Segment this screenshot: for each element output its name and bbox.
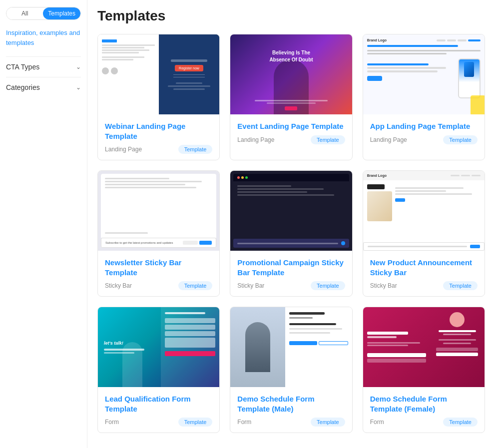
card-title: Event Landing Page Template — [237, 121, 345, 131]
template-card-newsletter-sticky[interactable]: Subscribe to get the latest promotions a… — [97, 170, 220, 297]
card-title: Lead Qualification Form Template — [105, 394, 212, 414]
card-title: Webinar Landing Page Template — [105, 121, 212, 141]
card-badge: Template — [443, 135, 478, 144]
card-title: App Landing Page Template — [370, 121, 478, 131]
card-category: Form — [370, 419, 384, 426]
card-title: Promotional Campaign Sticky Bar Template — [237, 258, 345, 277]
template-card-promo-sticky[interactable]: Promotional Campaign Sticky Bar Template… — [230, 170, 352, 297]
template-card-app-landing[interactable]: Brand Logo — [363, 34, 485, 160]
card-category: Form — [237, 419, 251, 426]
sidebar-section-categories[interactable]: Categories ⌄ — [6, 77, 81, 97]
page-title: Templates — [97, 8, 485, 24]
sidebar-tab-group: All Templates — [6, 7, 81, 20]
card-category: Landing Page — [105, 146, 142, 153]
card-badge: Template — [178, 281, 213, 290]
card-body: New Product Announcement Sticky Bar Stic… — [363, 251, 485, 296]
card-footer: Form Template — [237, 418, 345, 427]
template-card-demo-male-form[interactable]: Demo Schedule Form Template (Male) Form … — [230, 307, 352, 433]
card-body: Lead Qualification Form Template Form Te… — [98, 387, 219, 433]
cta-types-label: CTA Types — [6, 63, 39, 71]
tab-templates[interactable]: Templates — [43, 7, 80, 19]
card-preview-lead: let's talk! — [98, 307, 219, 387]
card-body: Demo Schedule Form Template (Male) Form … — [230, 387, 352, 433]
card-title: New Product Announcement Sticky Bar — [370, 258, 478, 277]
card-footer: Sticky Bar Template — [105, 281, 212, 290]
card-preview-app: Brand Logo — [363, 34, 485, 114]
main-content: Templates — [87, 0, 495, 448]
card-badge: Template — [311, 281, 345, 290]
categories-label: Categories — [6, 83, 40, 91]
chevron-down-icon: ⌄ — [76, 84, 81, 91]
card-preview-newprod: Brand Logo — [363, 171, 485, 251]
card-preview-demo-female — [363, 307, 485, 387]
card-category: Sticky Bar — [237, 282, 264, 289]
template-card-event-landing[interactable]: Believing Is TheAbsence Of Doubt Event L… — [230, 34, 352, 160]
chevron-down-icon: ⌄ — [76, 63, 81, 70]
template-grid: Register now Webinar Landing Page Templa… — [97, 34, 485, 433]
card-body: App Landing Page Template Landing Page T… — [363, 114, 485, 150]
card-badge: Template — [178, 145, 213, 154]
card-footer: Sticky Bar Template — [370, 281, 478, 290]
card-category: Sticky Bar — [105, 282, 132, 289]
card-footer: Landing Page Template — [105, 145, 212, 154]
card-preview-webinar: Register now — [98, 34, 219, 114]
card-body: Promotional Campaign Sticky Bar Template… — [230, 251, 352, 296]
card-preview-newsletter: Subscribe to get the latest promotions a… — [98, 171, 219, 251]
card-preview-demo-male — [230, 307, 352, 387]
sidebar-inspiration-text[interactable]: Inspiration, examples and templates — [6, 28, 81, 47]
card-category: Landing Page — [237, 136, 274, 143]
card-badge: Template — [443, 281, 478, 290]
template-card-newprod-sticky[interactable]: Brand Logo — [363, 170, 485, 297]
card-body: Newsletter Sticky Bar Template Sticky Ba… — [98, 251, 219, 296]
card-footer: Form Template — [370, 418, 478, 427]
card-badge: Template — [178, 418, 213, 427]
card-category: Form — [105, 419, 119, 426]
sidebar: All Templates Inspiration, examples and … — [0, 0, 87, 448]
card-footer: Landing Page Template — [237, 135, 345, 144]
card-preview-event: Believing Is TheAbsence Of Doubt — [230, 34, 352, 114]
card-title: Demo Schedule Form Template (Female) — [370, 394, 478, 414]
template-card-webinar-landing[interactable]: Register now Webinar Landing Page Templa… — [97, 34, 220, 160]
template-card-demo-female-form[interactable]: Demo Schedule Form Template (Female) For… — [363, 307, 485, 433]
card-body: Demo Schedule Form Template (Female) For… — [363, 387, 485, 433]
card-category: Landing Page — [370, 136, 407, 143]
card-title: Newsletter Sticky Bar Template — [105, 258, 212, 277]
card-preview-promo — [230, 171, 352, 251]
tab-all[interactable]: All — [6, 7, 43, 19]
sidebar-section-cta-types[interactable]: CTA Types ⌄ — [6, 56, 81, 77]
template-card-lead-form[interactable]: let's talk! Lead Qualification Form Temp… — [97, 307, 220, 433]
card-footer: Landing Page Template — [370, 135, 478, 144]
card-body: Event Landing Page Template Landing Page… — [230, 114, 352, 150]
card-badge: Template — [443, 418, 478, 427]
card-title: Demo Schedule Form Template (Male) — [237, 394, 345, 414]
card-badge: Template — [311, 418, 345, 427]
card-category: Sticky Bar — [370, 282, 397, 289]
card-footer: Sticky Bar Template — [237, 281, 345, 290]
card-body: Webinar Landing Page Template Landing Pa… — [98, 114, 219, 160]
preview-nav — [437, 39, 481, 41]
card-footer: Form Template — [105, 418, 212, 427]
card-badge: Template — [311, 135, 345, 144]
preview-logo: Brand Logo — [367, 38, 387, 42]
